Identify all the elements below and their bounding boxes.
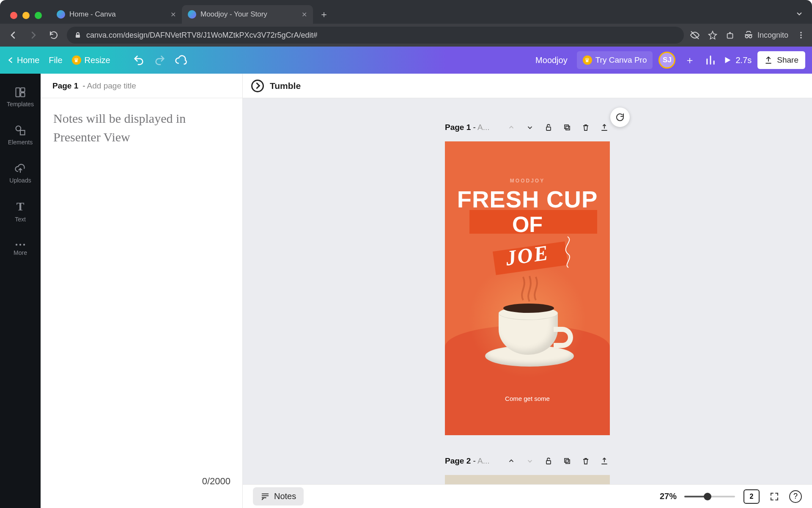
templates-icon: [14, 86, 26, 98]
tabs-dropdown-icon[interactable]: [795, 9, 804, 18]
tab-favicon-icon: [57, 10, 65, 19]
zoom-percent[interactable]: 27%: [660, 491, 677, 501]
notes-textarea[interactable]: Notes will be displayed in Presenter Vie…: [41, 98, 242, 508]
window-controls: [10, 12, 42, 19]
browser-tab-moodjoy[interactable]: Moodjoy - Your Story ✕: [182, 5, 313, 24]
notes-header[interactable]: Page 1 - Add page title: [41, 74, 242, 98]
extensions-icon[interactable]: [725, 30, 735, 40]
delete-icon[interactable]: [580, 456, 591, 467]
browser-tab-home[interactable]: Home - Canva ✕: [51, 5, 182, 24]
swirl-graphic: [559, 235, 576, 268]
file-menu[interactable]: File: [49, 55, 62, 65]
page-label[interactable]: Page 2 - A...: [445, 456, 490, 466]
page-count-button[interactable]: 2: [743, 489, 760, 504]
canvas-scroll[interactable]: Page 1 - A...: [243, 98, 812, 508]
duplicate-icon[interactable]: [562, 122, 573, 133]
eye-off-icon[interactable]: [690, 30, 700, 40]
share-button[interactable]: Share: [757, 51, 805, 69]
tab-favicon-icon: [188, 10, 196, 19]
lock-icon[interactable]: [543, 122, 554, 133]
svg-rect-17: [565, 125, 568, 129]
incognito-badge[interactable]: Incognito: [743, 30, 788, 41]
export-icon[interactable]: [599, 122, 610, 133]
window-minimize-button[interactable]: [22, 12, 30, 19]
home-button[interactable]: Home: [7, 55, 39, 65]
svg-rect-8: [16, 88, 20, 97]
try-pro-button[interactable]: Try Canva Pro: [577, 51, 653, 69]
export-icon[interactable]: [599, 456, 610, 467]
rail-item-templates[interactable]: Templates: [0, 78, 41, 116]
duplicate-icon[interactable]: [562, 456, 573, 467]
story-canvas-1[interactable]: MOODJOY FRESH CUP OF JOE Co: [445, 141, 610, 435]
headline-line2[interactable]: OF: [445, 212, 610, 237]
svg-point-14: [19, 244, 21, 246]
notes-toggle-label: Notes: [274, 491, 296, 501]
header-right: Moodjoy Try Canva Pro SJ ＋ 2.7s Share: [535, 51, 805, 69]
svg-rect-9: [21, 88, 25, 92]
rail-item-text[interactable]: T Text: [0, 192, 41, 230]
browser-chrome: Home - Canva ✕ Moodjoy - Your Story ✕ ＋ …: [0, 0, 812, 47]
rail-item-uploads[interactable]: Uploads: [0, 154, 41, 192]
fullscreen-icon[interactable]: [768, 490, 781, 503]
svg-point-7: [800, 37, 802, 39]
bookmark-star-icon[interactable]: [708, 30, 718, 40]
move-down-icon[interactable]: [524, 122, 535, 133]
headline-line1[interactable]: FRESH CUP: [445, 185, 610, 213]
document-name[interactable]: Moodjoy: [535, 55, 568, 65]
zoom-controls: 27%: [660, 491, 735, 501]
page-subtitle: A...: [477, 456, 490, 465]
new-tab-button[interactable]: ＋: [316, 7, 332, 22]
tab-close-icon[interactable]: ✕: [170, 11, 176, 19]
insights-icon[interactable]: [704, 54, 717, 66]
nav-reload-button[interactable]: [47, 28, 61, 42]
avatar[interactable]: SJ: [658, 52, 675, 69]
present-button[interactable]: 2.7s: [723, 55, 752, 65]
zoom-slider[interactable]: [684, 496, 735, 497]
menu-dots-icon[interactable]: [796, 30, 806, 40]
share-label: Share: [777, 55, 798, 65]
transition-icon[interactable]: [251, 80, 264, 92]
svg-rect-2: [729, 32, 731, 34]
page-label[interactable]: Page 1 - A...: [445, 123, 490, 132]
delete-icon[interactable]: [580, 122, 591, 133]
help-icon[interactable]: ?: [789, 490, 802, 503]
nav-forward-button[interactable]: [26, 28, 41, 42]
brand-text[interactable]: MOODJOY: [445, 178, 610, 184]
rail-item-more[interactable]: More: [0, 230, 41, 268]
window-close-button[interactable]: [10, 12, 17, 19]
move-up-icon[interactable]: [506, 122, 517, 133]
tagline-text[interactable]: Come get some: [445, 395, 610, 402]
page-toolbar: Page 2 - A...: [445, 452, 610, 470]
more-icon: [14, 243, 26, 247]
undo-button[interactable]: [132, 54, 145, 66]
rail-item-elements[interactable]: Elements: [0, 116, 41, 154]
cloud-sync-icon[interactable]: [175, 54, 187, 66]
svg-rect-20: [565, 458, 568, 462]
rail-label: Uploads: [9, 177, 31, 184]
notes-toggle-button[interactable]: Notes: [253, 487, 304, 505]
try-pro-label: Try Canva Pro: [595, 55, 647, 65]
lock-icon[interactable]: [543, 456, 554, 467]
home-label: Home: [17, 55, 39, 65]
zoom-slider-thumb[interactable]: [704, 493, 711, 500]
cup-graphic[interactable]: [489, 303, 570, 367]
add-collaborator-button[interactable]: ＋: [681, 52, 698, 69]
crown-icon: [72, 55, 81, 65]
url-field[interactable]: canva.com/design/DAFNVetRTV8/J1WoMZtkPXc…: [67, 27, 684, 44]
transition-name[interactable]: Tumble: [270, 81, 301, 91]
nav-back-button[interactable]: [6, 28, 20, 42]
transition-bar: Tumble: [243, 74, 812, 98]
header-left: Home File Resize: [7, 54, 187, 66]
resize-button[interactable]: Resize: [72, 55, 110, 65]
svg-point-13: [16, 244, 17, 246]
app-body: Templates Elements Uploads T Text More: [0, 74, 812, 508]
svg-rect-18: [566, 126, 570, 130]
window-maximize-button[interactable]: [35, 12, 42, 19]
notes-placeholder-text: Notes will be displayed in Presenter Vie…: [53, 109, 230, 146]
tab-close-icon[interactable]: ✕: [302, 11, 307, 19]
redo-button[interactable]: [154, 54, 166, 66]
uploads-icon: [14, 163, 26, 174]
move-up-icon[interactable]: [506, 456, 517, 467]
text-icon: T: [16, 200, 25, 213]
move-down-icon[interactable]: [524, 456, 535, 467]
